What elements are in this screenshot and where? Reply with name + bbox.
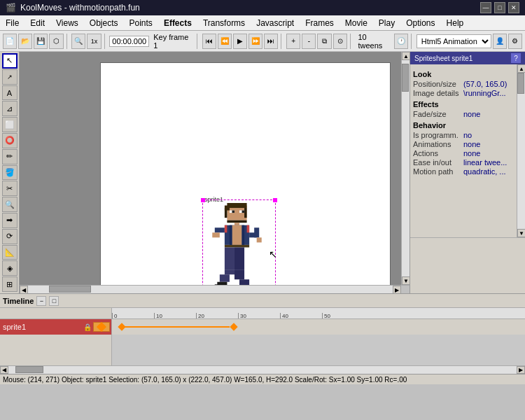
position-label: Position/size	[413, 80, 463, 88]
menu-javascript[interactable]: Javascript	[251, 15, 300, 30]
forward-button[interactable]: ⏭	[264, 34, 278, 49]
panel-scrollbar[interactable]: ▲ ▼	[517, 64, 525, 237]
svg-rect-13	[232, 225, 241, 245]
timeline-hscroll[interactable]: ◀ ▶	[0, 365, 525, 374]
fade-row: Fade/size none	[413, 110, 514, 118]
open-button[interactable]: 📂	[18, 34, 32, 49]
zoom-button[interactable]: 🔍	[71, 34, 85, 49]
sprite-row-indicator[interactable]	[93, 322, 110, 332]
hscroll-track[interactable]	[28, 286, 393, 293]
add-frame-button[interactable]: +	[286, 34, 300, 49]
menu-edit[interactable]: Edit	[24, 15, 50, 30]
tool-transform[interactable]: ➡	[2, 213, 18, 228]
tool-text[interactable]: A	[2, 85, 18, 101]
menu-help[interactable]: Help	[441, 15, 470, 30]
sprite-row-lock[interactable]: 🔒	[83, 323, 92, 331]
svg-rect-10	[242, 211, 245, 214]
ease-value: linear twee...	[463, 158, 514, 167]
track-line	[125, 326, 230, 328]
vscroll-thumb[interactable]	[402, 64, 409, 92]
panel-vscroll-down[interactable]: ▼	[517, 229, 525, 237]
tl-hscroll-track[interactable]	[8, 366, 517, 374]
panel-vscroll-up[interactable]: ▲	[517, 64, 525, 73]
new-button[interactable]: 📄	[3, 34, 17, 49]
tool-rotate[interactable]: ⟳	[2, 229, 18, 244]
tool-pencil[interactable]: ✏	[2, 149, 18, 164]
svg-rect-21	[225, 245, 249, 248]
ruler-50: 50	[322, 313, 330, 318]
tool-grid[interactable]: ⊞	[2, 276, 18, 292]
timeline-collapse-button[interactable]: −	[36, 296, 46, 306]
handle-top-right[interactable]	[273, 198, 277, 202]
tool-select[interactable]: ↖	[2, 53, 18, 69]
sprite-timeline-row[interactable]: sprite1 🔒	[0, 319, 111, 335]
onion-button[interactable]: ⊙	[333, 34, 347, 49]
menu-play[interactable]: Play	[373, 15, 400, 30]
tweens-label: 10 tweens	[355, 33, 392, 50]
save-button[interactable]: 💾	[34, 34, 48, 49]
tool-measure[interactable]: 📐	[2, 245, 18, 260]
tool-triangle[interactable]: ⊿	[2, 101, 18, 116]
tool-subselect[interactable]: ↗	[2, 69, 18, 85]
tool-rect[interactable]: ⬜	[2, 117, 18, 132]
titlebar-controls[interactable]: — □ ✕	[480, 2, 519, 13]
menu-objects[interactable]: Objects	[84, 15, 124, 30]
tl-hscroll-thumb[interactable]	[15, 366, 43, 373]
tool-oval[interactable]: ⭕	[2, 133, 18, 148]
svg-rect-22	[225, 247, 234, 270]
del-frame-button[interactable]: -	[302, 34, 316, 49]
vscroll-up-button[interactable]: ▲	[402, 52, 410, 60]
export-button[interactable]: ⬡	[49, 34, 63, 49]
scroll-corner	[401, 286, 410, 293]
tool-node[interactable]: ◈	[2, 260, 18, 276]
speed-button[interactable]: 1x	[87, 34, 101, 49]
menu-options[interactable]: Options	[400, 15, 440, 30]
hscroll-thumb[interactable]	[49, 286, 91, 293]
menu-effects[interactable]: Effects	[158, 15, 197, 30]
tl-hscroll-right-button[interactable]: ▶	[517, 366, 525, 374]
timeline-left-header	[0, 308, 111, 319]
menu-frames[interactable]: Frames	[300, 15, 340, 30]
hscroll-left-button[interactable]: ◀	[20, 286, 28, 293]
timeline-expand-button[interactable]: □	[49, 296, 59, 306]
menu-transforms[interactable]: Transforms	[197, 15, 251, 30]
animation-dropdown[interactable]: Html5 Animation	[416, 34, 491, 48]
tl-hscroll-left-button[interactable]: ◀	[0, 366, 8, 374]
panel-help-button[interactable]: ?	[511, 53, 521, 63]
status-text: Mouse: (214, 271) Object: sprite1 Select…	[3, 376, 407, 384]
menu-points[interactable]: Points	[124, 15, 158, 30]
tool-zoom[interactable]: 🔍	[2, 197, 18, 212]
position-value: (57.0, 165.0)	[463, 80, 514, 88]
track-diamond-2[interactable]	[230, 323, 237, 330]
hscroll-right-button[interactable]: ▶	[393, 286, 401, 293]
prev-frame-button[interactable]: ⏪	[218, 34, 232, 49]
position-row: Position/size (57.0, 165.0)	[413, 80, 514, 88]
tool-fill[interactable]: 🪣	[2, 165, 18, 181]
panel-vscroll-track[interactable]	[517, 73, 525, 229]
minimize-button[interactable]: —	[480, 2, 491, 13]
next-frame-button[interactable]: ⏩	[248, 34, 262, 49]
settings-button[interactable]: ⚙	[508, 34, 522, 49]
timeline-track[interactable]	[112, 319, 525, 335]
sprite-label: sprite1	[204, 196, 223, 203]
menu-movie[interactable]: Movie	[340, 15, 373, 30]
svg-rect-6	[225, 206, 230, 211]
play-button[interactable]: ▶	[233, 34, 247, 49]
canvas-hscroll[interactable]: ◀ ▶	[20, 285, 410, 293]
dup-frame-button[interactable]: ⧉	[317, 34, 331, 49]
canvas-wrapper: sprite1	[20, 52, 410, 293]
vscroll-down-button[interactable]: ▼	[402, 276, 410, 285]
vscroll-track[interactable]	[402, 60, 410, 276]
menu-views[interactable]: Views	[50, 15, 84, 30]
close-button[interactable]: ✕	[508, 2, 519, 13]
panel-vscroll-thumb[interactable]	[517, 73, 524, 94]
canvas-area[interactable]: sprite1	[20, 52, 401, 285]
rewind-button[interactable]: ⏮	[202, 34, 216, 49]
profile-button[interactable]: 👤	[493, 34, 507, 49]
tool-scissors[interactable]: ✂	[2, 181, 18, 196]
maximize-button[interactable]: □	[494, 2, 505, 13]
menu-file[interactable]: File	[0, 15, 24, 30]
canvas-vscroll[interactable]: ▲ ▼	[401, 52, 410, 285]
toolbar-separator-2	[104, 34, 107, 49]
clock-button[interactable]: 🕐	[394, 34, 408, 49]
